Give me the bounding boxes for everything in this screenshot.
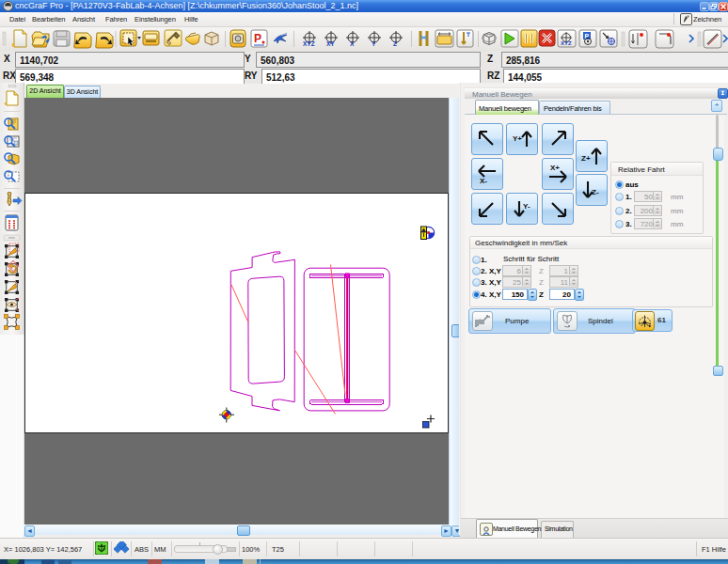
svg-text:X-: X- (480, 177, 487, 185)
svg-text:Z+: Z+ (581, 154, 591, 163)
svg-text:Y+: Y+ (513, 134, 522, 143)
svg-text:Y: Y (372, 40, 376, 47)
svg-text:X: X (350, 40, 355, 47)
svg-text:XYZ: XYZ (303, 40, 315, 47)
svg-text:Z: Z (393, 40, 397, 47)
svg-text:XYZ: XYZ (561, 40, 572, 46)
svg-text:X+: X+ (550, 164, 560, 172)
svg-text:Y-: Y- (523, 202, 530, 211)
svg-text:Z-: Z- (592, 188, 599, 196)
svg-text:P: P (254, 32, 261, 45)
svg-text:XY: XY (326, 40, 335, 47)
